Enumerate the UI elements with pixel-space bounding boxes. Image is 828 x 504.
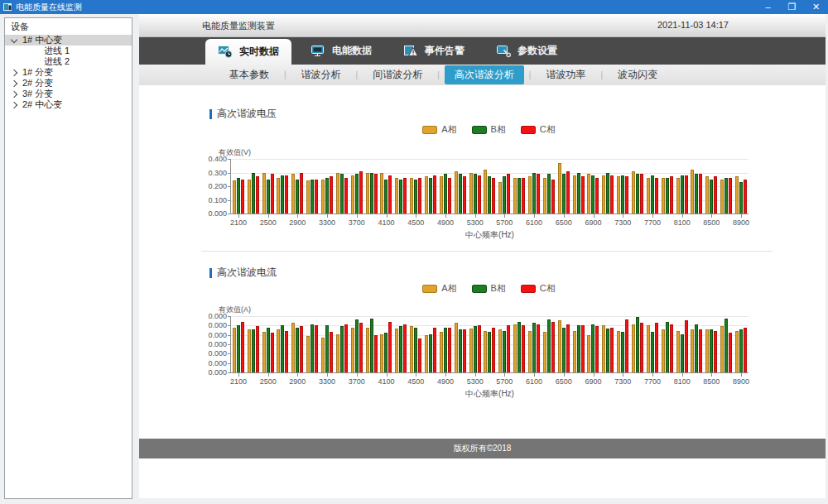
bar-B相-3700[interactable] bbox=[355, 319, 359, 372]
bar-C相-3500[interactable] bbox=[344, 324, 348, 372]
bar-A相-5900[interactable] bbox=[513, 178, 517, 214]
bar-C相-6700[interactable] bbox=[581, 325, 585, 372]
bar-A相-7700[interactable] bbox=[647, 325, 650, 372]
bar-B相-4900[interactable] bbox=[444, 174, 447, 214]
bar-C相-7500[interactable] bbox=[640, 323, 643, 372]
bar-C相-4100[interactable] bbox=[388, 322, 392, 372]
bar-A相-4100[interactable] bbox=[380, 173, 383, 214]
bar-B相-8500[interactable] bbox=[710, 329, 713, 372]
bar-A相-5700[interactable] bbox=[498, 329, 502, 372]
bar-A相-3100[interactable] bbox=[306, 336, 310, 372]
bar-C相-4300[interactable] bbox=[403, 178, 407, 214]
bar-C相-5500[interactable] bbox=[492, 328, 495, 372]
bar-A相-3300[interactable] bbox=[321, 338, 325, 372]
sidebar-item-center-transformer-1[interactable]: 1# 中心变 bbox=[5, 35, 132, 46]
bar-A相-8500[interactable] bbox=[705, 329, 709, 372]
bar-A相-3900[interactable] bbox=[366, 173, 369, 214]
bar-C相-8900[interactable] bbox=[744, 180, 747, 214]
bar-B相-2900[interactable] bbox=[296, 328, 299, 372]
bar-A相-7900[interactable] bbox=[662, 178, 665, 214]
bar-C相-2500[interactable] bbox=[271, 174, 274, 214]
bar-C相-4900[interactable] bbox=[448, 178, 451, 214]
bar-A相-5900[interactable] bbox=[513, 324, 517, 372]
bar-B相-7100[interactable] bbox=[606, 173, 609, 214]
legend-item-C相[interactable]: C相 bbox=[521, 282, 556, 295]
bar-B相-6900[interactable] bbox=[591, 324, 595, 372]
bar-B相-2100[interactable] bbox=[237, 178, 240, 214]
bar-B相-5900[interactable] bbox=[518, 178, 521, 214]
bar-A相-2900[interactable] bbox=[291, 174, 295, 214]
bar-C相-4100[interactable] bbox=[388, 175, 392, 214]
sidebar-item-sub-transformer-1[interactable]: 1# 分变 bbox=[5, 67, 132, 78]
bar-B相-6500[interactable] bbox=[562, 328, 566, 372]
bar-A相-8900[interactable] bbox=[735, 176, 739, 214]
bar-C相-5100[interactable] bbox=[463, 329, 466, 372]
bar-A相-6300[interactable] bbox=[543, 332, 546, 372]
bar-C相-5900[interactable] bbox=[522, 325, 525, 372]
legend-item-A相[interactable]: A相 bbox=[422, 282, 456, 295]
bar-A相-6500[interactable] bbox=[558, 163, 561, 214]
bar-C相-7700[interactable] bbox=[655, 323, 658, 372]
bar-C相-8500[interactable] bbox=[714, 176, 717, 214]
bar-C相-6500[interactable] bbox=[566, 324, 570, 372]
bar-C相-2700[interactable] bbox=[285, 331, 288, 372]
bar-B相-7100[interactable] bbox=[606, 329, 609, 372]
bar-C相-5300[interactable] bbox=[478, 325, 481, 372]
legend-item-B相[interactable]: B相 bbox=[472, 282, 506, 295]
bar-A相-3500[interactable] bbox=[336, 173, 339, 214]
sidebar-item-incoming-line-1[interactable]: 进线 1 bbox=[5, 46, 132, 56]
bar-A相-2500[interactable] bbox=[262, 173, 266, 214]
bar-B相-2100[interactable] bbox=[237, 325, 240, 372]
bar-A相-5500[interactable] bbox=[484, 331, 487, 372]
bar-A相-6100[interactable] bbox=[528, 331, 532, 372]
bar-A相-2900[interactable] bbox=[291, 323, 295, 372]
bar-C相-6900[interactable] bbox=[595, 326, 599, 372]
bar-A相-4900[interactable] bbox=[440, 332, 443, 372]
bar-B相-7500[interactable] bbox=[636, 317, 639, 372]
legend-item-B相[interactable]: B相 bbox=[472, 123, 506, 136]
bar-C相-7300[interactable] bbox=[625, 319, 628, 372]
bar-C相-7900[interactable] bbox=[670, 176, 673, 214]
bar-B相-7700[interactable] bbox=[651, 332, 654, 372]
bar-C相-8100[interactable] bbox=[685, 175, 688, 214]
bar-C相-3900[interactable] bbox=[374, 174, 378, 214]
bar-C相-2500[interactable] bbox=[271, 333, 274, 372]
bar-B相-8900[interactable] bbox=[739, 182, 743, 214]
bar-A相-7500[interactable] bbox=[632, 324, 635, 372]
bar-C相-2100[interactable] bbox=[241, 322, 244, 372]
bar-B相-2700[interactable] bbox=[281, 325, 284, 372]
bar-B相-8700[interactable] bbox=[724, 319, 728, 372]
subtab-basic-params[interactable]: 基本参数 bbox=[219, 65, 279, 84]
bar-A相-4300[interactable] bbox=[395, 329, 398, 372]
bar-A相-5300[interactable] bbox=[469, 329, 473, 372]
tab-param-settings[interactable]: 参数设置 bbox=[484, 37, 570, 65]
bar-B相-6100[interactable] bbox=[532, 323, 536, 372]
bar-C相-6100[interactable] bbox=[537, 174, 540, 214]
bar-B相-4500[interactable] bbox=[414, 180, 417, 214]
minimize-button[interactable]: – bbox=[756, 0, 780, 14]
bar-B相-6700[interactable] bbox=[577, 325, 580, 372]
bar-B相-8300[interactable] bbox=[695, 324, 698, 372]
bar-A相-8700[interactable] bbox=[720, 326, 724, 372]
bar-C相-4500[interactable] bbox=[418, 338, 421, 372]
bar-B相-6500[interactable] bbox=[562, 174, 566, 214]
bar-A相-3700[interactable] bbox=[351, 328, 354, 372]
bar-C相-6300[interactable] bbox=[551, 180, 555, 214]
bar-C相-5100[interactable] bbox=[463, 176, 466, 214]
bar-B相-6100[interactable] bbox=[532, 173, 536, 214]
bar-C相-6300[interactable] bbox=[551, 322, 555, 372]
bar-B相-6300[interactable] bbox=[547, 174, 551, 214]
bar-A相-7900[interactable] bbox=[662, 329, 665, 372]
bar-C相-8900[interactable] bbox=[744, 328, 747, 372]
bar-C相-6900[interactable] bbox=[595, 178, 599, 214]
bar-B相-8100[interactable] bbox=[681, 334, 684, 372]
bar-B相-7300[interactable] bbox=[621, 332, 624, 372]
bar-A相-6100[interactable] bbox=[528, 176, 532, 214]
chevron-down-icon[interactable] bbox=[11, 36, 17, 42]
bar-B相-3700[interactable] bbox=[355, 174, 359, 214]
bar-C相-3300[interactable] bbox=[330, 176, 333, 214]
bar-A相-8700[interactable] bbox=[720, 180, 724, 214]
bar-B相-4700[interactable] bbox=[429, 334, 432, 372]
bar-C相-3700[interactable] bbox=[359, 171, 363, 214]
bar-A相-4700[interactable] bbox=[425, 335, 428, 372]
